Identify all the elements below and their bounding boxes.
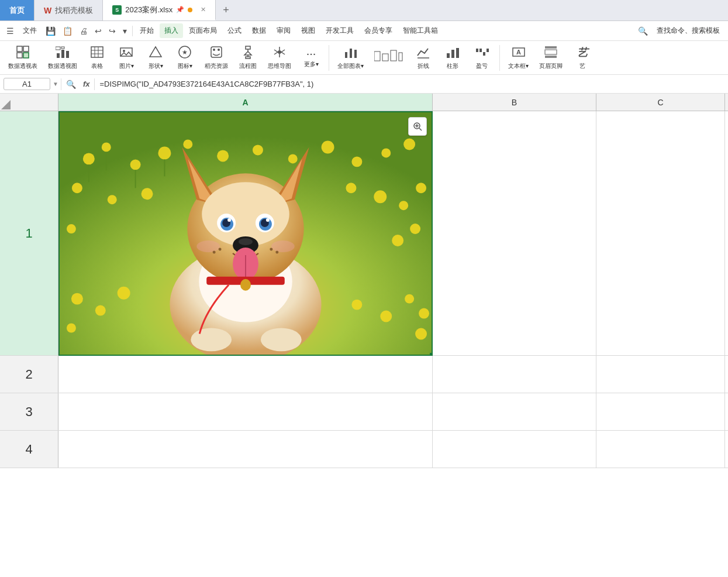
tab-xlsx[interactable]: S 2023案例.xlsx 📌 ✕: [103, 0, 216, 20]
cell-c1[interactable]: [596, 111, 725, 356]
col-header-b[interactable]: B: [433, 94, 596, 111]
daoke-resource-button[interactable]: 稻壳资源: [201, 43, 232, 73]
cell-a2[interactable]: [58, 356, 433, 393]
cell-a1[interactable]: [58, 111, 433, 356]
dropdown-arrow-icon[interactable]: ▼: [53, 81, 58, 87]
search-icon[interactable]: 🔍: [635, 24, 651, 38]
row-header-3[interactable]: 3: [0, 393, 58, 430]
tab-close-button[interactable]: ✕: [201, 6, 206, 13]
formula-zoom-icon[interactable]: 🔍: [64, 78, 78, 90]
picture-button[interactable]: 图片▾: [113, 43, 139, 73]
textbox-button[interactable]: A 文本框▾: [505, 43, 532, 73]
hamburger-icon[interactable]: ☰: [4, 24, 17, 38]
bar-chart-button[interactable]: 柱形: [440, 43, 465, 73]
textbox-icon: A: [512, 45, 526, 61]
save-icon[interactable]: 💾: [43, 24, 58, 38]
svg-point-15: [123, 50, 125, 52]
pivot-chart-button[interactable]: 数据透视图: [44, 43, 81, 73]
cell-a3[interactable]: [58, 393, 433, 431]
textbox-label: 文本框▾: [508, 62, 529, 70]
menu-review[interactable]: 审阅: [272, 23, 295, 38]
svg-rect-44: [456, 48, 459, 58]
cell-b4[interactable]: [433, 431, 596, 468]
cell-b2[interactable]: [433, 356, 596, 393]
svg-point-58: [130, 159, 141, 170]
new-tab-button[interactable]: +: [216, 0, 236, 20]
more-button[interactable]: ··· 更多▾: [298, 45, 324, 71]
format-icon[interactable]: ▾: [120, 24, 130, 38]
menu-layout[interactable]: 页面布局: [184, 23, 222, 38]
row-header-2[interactable]: 2: [0, 356, 58, 393]
line-chart-button[interactable]: 折线: [410, 43, 436, 73]
menu-insert[interactable]: 插入: [160, 23, 183, 38]
tab-template[interactable]: W 找稻壳模板: [34, 0, 103, 20]
bar-chart-label: 柱形: [447, 62, 458, 70]
svg-point-62: [253, 145, 263, 155]
cell-c2[interactable]: [596, 356, 725, 393]
row-header-1[interactable]: 1: [0, 111, 58, 355]
tab-home[interactable]: 首页: [0, 0, 34, 20]
menu-member[interactable]: 会员专享: [360, 23, 397, 38]
mindmap-button[interactable]: 思维导图: [264, 43, 295, 73]
menu-ai-tools[interactable]: 智能工具箱: [398, 23, 443, 38]
cell-a4[interactable]: [58, 431, 433, 468]
svg-point-59: [158, 146, 171, 159]
toolbar-separator: [329, 45, 329, 71]
menu-view[interactable]: 视图: [296, 23, 320, 38]
wordart-button[interactable]: 艺 艺: [570, 43, 595, 73]
print-icon[interactable]: 🖨: [77, 24, 91, 38]
table-button[interactable]: 表格: [84, 43, 110, 73]
svg-rect-19: [211, 47, 222, 57]
svg-point-80: [118, 287, 130, 300]
shape-button[interactable]: 形状▾: [143, 43, 168, 73]
pivot-table-button[interactable]: 数据透视表: [5, 43, 41, 73]
menu-dev[interactable]: 开发工具: [321, 23, 358, 38]
menu-search[interactable]: 查找命令、搜索模板: [652, 23, 724, 38]
undo-icon[interactable]: ↩: [92, 24, 105, 38]
flowchart-button[interactable]: 流程图: [235, 43, 261, 73]
col-header-a[interactable]: A: [58, 94, 433, 111]
menu-formula[interactable]: 公式: [223, 23, 246, 38]
corner-cell[interactable]: [0, 94, 58, 111]
menu-data[interactable]: 数据: [247, 23, 271, 38]
bar-chart-icon: [446, 45, 460, 61]
winloss-icon: [475, 45, 489, 61]
row-header-4[interactable]: 4: [0, 431, 58, 468]
winloss-button[interactable]: 盈亏: [469, 43, 495, 73]
svg-marker-16: [150, 47, 161, 57]
cell-b3[interactable]: [433, 393, 596, 431]
chart-sparkline-button[interactable]: [371, 47, 407, 68]
table-row: 4: [0, 431, 728, 468]
icon-label: 图标▾: [178, 62, 192, 70]
svg-point-78: [71, 293, 83, 305]
menu-file[interactable]: 文件: [18, 23, 42, 38]
col-header-c[interactable]: C: [596, 94, 725, 111]
svg-point-70: [142, 188, 153, 200]
svg-point-65: [351, 156, 362, 167]
cell-b1[interactable]: [433, 111, 596, 356]
svg-rect-7: [56, 47, 60, 50]
tab-home-label: 首页: [9, 5, 25, 16]
all-charts-button[interactable]: 全部图表▾: [334, 43, 367, 73]
menu-start[interactable]: 开始: [135, 23, 158, 38]
svg-point-61: [217, 150, 229, 162]
header-footer-button[interactable]: 页眉页脚: [536, 43, 566, 73]
save-copy-icon[interactable]: 📋: [60, 24, 75, 38]
svg-rect-3: [23, 53, 29, 58]
svg-point-114: [240, 279, 251, 291]
svg-rect-52: [545, 50, 557, 54]
formula-input[interactable]: [97, 78, 724, 90]
header-footer-label: 页眉页脚: [539, 62, 563, 70]
svg-line-32: [274, 52, 278, 54]
tab-bar: 首页 W 找稻壳模板 S 2023案例.xlsx 📌 ✕ +: [0, 0, 728, 21]
svg-point-73: [399, 201, 408, 210]
cell-reference-input[interactable]: [4, 78, 50, 90]
icon-button[interactable]: ★ 图标▾: [172, 43, 198, 73]
cell-c4[interactable]: [596, 431, 725, 468]
svg-point-118: [213, 250, 216, 253]
cell-c3[interactable]: [596, 393, 725, 431]
redo-icon[interactable]: ↪: [106, 24, 119, 38]
chart-sparkline-icon: [374, 49, 403, 65]
svg-rect-35: [350, 49, 352, 58]
image-zoom-button[interactable]: [408, 117, 427, 136]
